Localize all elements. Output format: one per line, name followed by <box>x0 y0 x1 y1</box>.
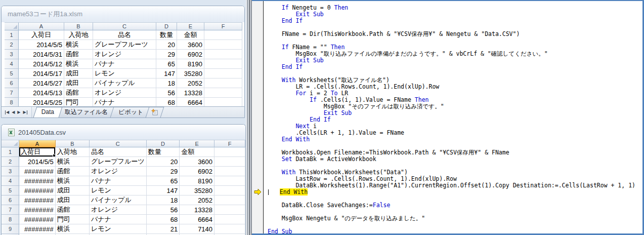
cell-A7[interactable]: ######## <box>19 205 56 215</box>
column-header-B[interactable]: B <box>64 22 93 30</box>
row-header-2[interactable]: 2 <box>2 157 19 167</box>
cell-B8[interactable]: 門司 <box>56 215 90 224</box>
cell-C2[interactable]: グレープフルーツ <box>90 157 147 167</box>
column-header-F[interactable]: F <box>204 22 242 30</box>
cell-B3[interactable]: 函館 <box>56 167 90 176</box>
cell-A4[interactable]: ######## <box>19 176 56 186</box>
cell-E2[interactable]: 3600 <box>180 157 214 167</box>
window-splitter[interactable] <box>246 0 252 235</box>
cell-D6[interactable]: 18 <box>147 195 180 205</box>
prev-sheet-icon[interactable]: ◀ <box>12 110 15 114</box>
column-header-C[interactable]: C <box>90 140 147 147</box>
cell-F4[interactable] <box>204 59 242 69</box>
cell-D1[interactable]: 数量 <box>156 30 177 40</box>
workbook-window-xlsm[interactable]: mame53コード用1a.xlsm ABCDEF1入荷日入荷地品名数量金額220… <box>1 6 245 118</box>
row-header-4[interactable]: 4 <box>5 59 19 69</box>
cell-E6[interactable]: 2052 <box>177 79 204 88</box>
cell-E5[interactable]: 35280 <box>180 186 214 195</box>
row-header-7[interactable]: 7 <box>2 205 19 215</box>
column-header-C[interactable]: C <box>93 22 156 30</box>
cell-B3[interactable]: 函館 <box>64 50 93 59</box>
row-header-3[interactable]: 3 <box>2 167 19 176</box>
cell-F7[interactable] <box>214 205 245 215</box>
cell-E1[interactable]: 金額 <box>177 30 204 40</box>
cell-B5[interactable]: 成田 <box>56 186 90 195</box>
cell-D2[interactable]: 20 <box>156 40 177 50</box>
cell-F5[interactable] <box>214 186 245 195</box>
cell-B2[interactable]: 横浜 <box>64 40 93 50</box>
row-header-2[interactable]: 2 <box>5 40 19 50</box>
sheet-tab-Data[interactable]: Data <box>35 107 61 118</box>
cell-F2[interactable] <box>204 40 242 50</box>
cell-E7[interactable]: 13328 <box>180 205 214 215</box>
cell-A1[interactable]: 入荷日 <box>19 30 64 40</box>
select-all-corner[interactable] <box>5 22 19 30</box>
cell-C5[interactable]: レモン <box>93 69 156 79</box>
cell-E3[interactable]: 6902 <box>180 167 214 176</box>
row-header-6[interactable]: 6 <box>2 195 19 205</box>
cell-F4[interactable] <box>214 176 245 186</box>
first-sheet-icon[interactable]: ◀ <box>5 110 9 114</box>
cell-A2[interactable]: 2014/5/5 <box>19 157 56 167</box>
cell-B2[interactable]: 横浜 <box>56 157 90 167</box>
row-header-5[interactable]: 5 <box>2 186 19 195</box>
cell-B4[interactable]: 横浜 <box>64 59 93 69</box>
cell-A6[interactable]: 2014/5/27 <box>19 79 64 88</box>
cell-B7[interactable]: 函館 <box>64 88 93 98</box>
row-header-1[interactable]: 1 <box>2 147 19 157</box>
cell-F2[interactable] <box>214 157 245 167</box>
cell-E8[interactable]: 6664 <box>180 215 214 224</box>
cell-D5[interactable]: 147 <box>147 186 180 195</box>
vba-margin-indicator-bar[interactable] <box>252 1 264 233</box>
row-header-8[interactable]: 8 <box>2 215 19 224</box>
row-header-3[interactable]: 3 <box>5 50 19 59</box>
cell-E6[interactable]: 2052 <box>180 195 214 205</box>
cell-E9[interactable]: 7140 <box>180 224 214 234</box>
column-header-A[interactable]: A <box>19 140 56 147</box>
cell-F5[interactable] <box>204 69 242 79</box>
cell-B1[interactable]: 入荷地 <box>56 147 90 157</box>
xlsm-sheet-grid[interactable]: ABCDEF1入荷日入荷地品名数量金額22014/5/5横浜グレープフルーツ20… <box>2 22 244 118</box>
cell-D6[interactable]: 18 <box>156 79 177 88</box>
cell-C4[interactable]: バナナ <box>90 176 147 186</box>
cell-F7[interactable] <box>204 88 242 98</box>
cell-D5[interactable]: 147 <box>156 69 177 79</box>
insert-worksheet-icon[interactable] <box>147 107 162 118</box>
row-header-7[interactable]: 7 <box>5 88 19 98</box>
cell-F3[interactable] <box>204 50 242 59</box>
row-header-9[interactable]: 9 <box>2 224 19 234</box>
cell-F1[interactable] <box>204 30 242 40</box>
row-header-4[interactable]: 4 <box>2 176 19 186</box>
row-header-1[interactable]: 1 <box>5 30 19 40</box>
cell-A3[interactable]: ######## <box>19 167 56 176</box>
cell-A7[interactable]: 2014/5/13 <box>19 88 64 98</box>
cell-F9[interactable] <box>214 224 245 234</box>
column-header-E[interactable]: E <box>180 140 214 147</box>
cell-E3[interactable]: 6902 <box>177 50 204 59</box>
cell-F8[interactable] <box>214 215 245 224</box>
sheet-tab-ピボット[interactable]: ピボット <box>112 107 150 118</box>
cell-D4[interactable]: 65 <box>147 176 180 186</box>
cell-E4[interactable]: 8190 <box>177 59 204 69</box>
cell-C2[interactable]: グレープフルーツ <box>93 40 156 50</box>
column-header-A[interactable]: A <box>19 22 64 30</box>
cell-C6[interactable]: パイナップル <box>93 79 156 88</box>
column-header-E[interactable]: E <box>177 22 204 30</box>
cell-C3[interactable]: オレンジ <box>93 50 156 59</box>
cell-A6[interactable]: ######## <box>19 195 56 205</box>
sheet-tab-取込ファイル名[interactable]: 取込ファイル名 <box>58 107 114 118</box>
cell-E5[interactable]: 35280 <box>177 69 204 79</box>
cell-C8[interactable]: バナナ <box>90 215 147 224</box>
cell-F3[interactable] <box>214 167 245 176</box>
cell-F6[interactable] <box>204 79 242 88</box>
cell-D9[interactable]: 21 <box>147 224 180 234</box>
column-header-D[interactable]: D <box>156 22 177 30</box>
cell-B7[interactable]: 函館 <box>56 205 90 215</box>
cell-C9[interactable]: レモン <box>90 224 147 234</box>
last-sheet-icon[interactable]: ▶ <box>23 110 27 114</box>
cell-D8[interactable]: 68 <box>147 215 180 224</box>
cell-C6[interactable]: パイナップル <box>90 195 147 205</box>
cell-E4[interactable]: 8190 <box>180 176 214 186</box>
cell-C1[interactable]: 品名 <box>90 147 147 157</box>
cell-D3[interactable]: 29 <box>147 167 180 176</box>
